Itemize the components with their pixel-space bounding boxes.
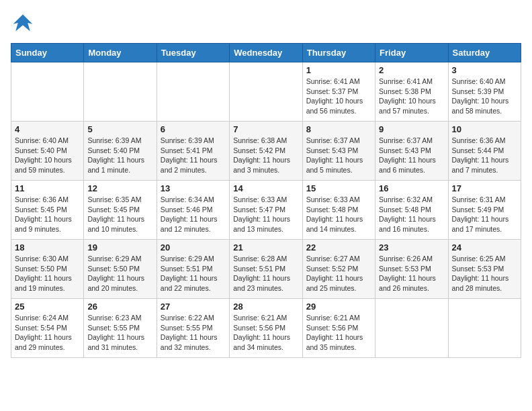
day-info: Sunrise: 6:21 AMSunset: 5:56 PMDaylight:… xyxy=(306,313,371,353)
page-header xyxy=(11,11,521,35)
day-info: Sunrise: 6:30 AMSunset: 5:50 PMDaylight:… xyxy=(15,254,80,293)
calendar-week-row: 25Sunrise: 6:24 AMSunset: 5:54 PMDayligh… xyxy=(11,299,521,358)
day-info: Sunrise: 6:31 AMSunset: 5:49 PMDaylight:… xyxy=(452,195,517,234)
calendar-header-row: SundayMondayTuesdayWednesdayThursdayFrid… xyxy=(11,44,521,62)
day-number: 7 xyxy=(233,124,298,134)
calendar-cell: 5Sunrise: 6:39 AMSunset: 5:40 PMDaylight… xyxy=(84,122,157,181)
day-number: 4 xyxy=(15,124,80,134)
calendar-cell: 6Sunrise: 6:39 AMSunset: 5:41 PMDaylight… xyxy=(157,122,229,181)
day-info: Sunrise: 6:29 AMSunset: 5:50 PMDaylight:… xyxy=(87,254,152,293)
weekday-header-wednesday: Wednesday xyxy=(230,44,302,62)
weekday-header-thursday: Thursday xyxy=(302,44,375,62)
calendar-cell: 11Sunrise: 6:36 AMSunset: 5:45 PMDayligh… xyxy=(11,181,84,240)
day-info: Sunrise: 6:40 AMSunset: 5:40 PMDaylight:… xyxy=(15,136,80,175)
day-info: Sunrise: 6:26 AMSunset: 5:53 PMDaylight:… xyxy=(379,254,444,293)
calendar-cell: 9Sunrise: 6:37 AMSunset: 5:43 PMDaylight… xyxy=(375,122,448,181)
calendar-cell: 2Sunrise: 6:41 AMSunset: 5:38 PMDaylight… xyxy=(375,62,448,122)
calendar-cell: 28Sunrise: 6:21 AMSunset: 5:56 PMDayligh… xyxy=(230,299,302,358)
calendar-week-row: 4Sunrise: 6:40 AMSunset: 5:40 PMDaylight… xyxy=(11,122,521,181)
day-number: 22 xyxy=(306,242,371,253)
day-info: Sunrise: 6:41 AMSunset: 5:38 PMDaylight:… xyxy=(379,77,444,116)
calendar-cell: 13Sunrise: 6:34 AMSunset: 5:46 PMDayligh… xyxy=(157,181,229,240)
calendar-cell: 26Sunrise: 6:23 AMSunset: 5:55 PMDayligh… xyxy=(84,299,157,358)
day-number: 1 xyxy=(306,65,371,75)
day-number: 25 xyxy=(15,302,80,312)
logo xyxy=(11,11,38,35)
calendar-cell: 24Sunrise: 6:25 AMSunset: 5:53 PMDayligh… xyxy=(448,240,521,299)
calendar-cell: 4Sunrise: 6:40 AMSunset: 5:40 PMDaylight… xyxy=(11,122,84,181)
calendar-cell xyxy=(84,62,157,122)
calendar-cell xyxy=(157,62,229,122)
weekday-header-monday: Monday xyxy=(84,44,157,62)
day-info: Sunrise: 6:33 AMSunset: 5:47 PMDaylight:… xyxy=(233,195,298,234)
day-number: 21 xyxy=(233,242,298,253)
calendar-cell: 27Sunrise: 6:22 AMSunset: 5:55 PMDayligh… xyxy=(157,299,229,358)
calendar-week-row: 18Sunrise: 6:30 AMSunset: 5:50 PMDayligh… xyxy=(11,240,521,299)
day-number: 12 xyxy=(87,183,152,193)
day-number: 20 xyxy=(161,242,226,253)
calendar-week-row: 11Sunrise: 6:36 AMSunset: 5:45 PMDayligh… xyxy=(11,181,521,240)
calendar-cell xyxy=(230,62,302,122)
calendar-cell: 19Sunrise: 6:29 AMSunset: 5:50 PMDayligh… xyxy=(84,240,157,299)
day-info: Sunrise: 6:39 AMSunset: 5:40 PMDaylight:… xyxy=(87,136,152,175)
day-number: 17 xyxy=(452,183,517,193)
calendar-cell: 21Sunrise: 6:28 AMSunset: 5:51 PMDayligh… xyxy=(230,240,302,299)
day-number: 8 xyxy=(306,124,371,134)
calendar-cell: 1Sunrise: 6:41 AMSunset: 5:37 PMDaylight… xyxy=(302,62,375,122)
day-info: Sunrise: 6:38 AMSunset: 5:42 PMDaylight:… xyxy=(233,136,298,175)
calendar-table: SundayMondayTuesdayWednesdayThursdayFrid… xyxy=(11,43,521,358)
calendar-cell: 15Sunrise: 6:33 AMSunset: 5:48 PMDayligh… xyxy=(302,181,375,240)
calendar-cell: 3Sunrise: 6:40 AMSunset: 5:39 PMDaylight… xyxy=(448,62,521,122)
day-info: Sunrise: 6:23 AMSunset: 5:55 PMDaylight:… xyxy=(87,313,152,353)
calendar-cell: 12Sunrise: 6:35 AMSunset: 5:45 PMDayligh… xyxy=(84,181,157,240)
calendar-cell: 17Sunrise: 6:31 AMSunset: 5:49 PMDayligh… xyxy=(448,181,521,240)
day-number: 11 xyxy=(15,183,80,193)
weekday-header-friday: Friday xyxy=(375,44,448,62)
day-number: 23 xyxy=(379,242,444,253)
calendar-cell: 18Sunrise: 6:30 AMSunset: 5:50 PMDayligh… xyxy=(11,240,84,299)
day-number: 6 xyxy=(161,124,226,134)
day-number: 15 xyxy=(306,183,371,193)
calendar-cell: 22Sunrise: 6:27 AMSunset: 5:52 PMDayligh… xyxy=(302,240,375,299)
day-info: Sunrise: 6:27 AMSunset: 5:52 PMDaylight:… xyxy=(306,254,371,293)
calendar-cell: 29Sunrise: 6:21 AMSunset: 5:56 PMDayligh… xyxy=(302,299,375,358)
logo-icon xyxy=(11,11,35,35)
day-number: 29 xyxy=(306,302,371,312)
weekday-header-saturday: Saturday xyxy=(448,44,521,62)
calendar-cell xyxy=(448,299,521,358)
calendar-cell xyxy=(11,62,84,122)
calendar-cell: 20Sunrise: 6:29 AMSunset: 5:51 PMDayligh… xyxy=(157,240,229,299)
day-info: Sunrise: 6:22 AMSunset: 5:55 PMDaylight:… xyxy=(161,313,226,353)
day-info: Sunrise: 6:28 AMSunset: 5:51 PMDaylight:… xyxy=(233,254,298,293)
day-info: Sunrise: 6:36 AMSunset: 5:45 PMDaylight:… xyxy=(15,195,80,234)
calendar-cell: 14Sunrise: 6:33 AMSunset: 5:47 PMDayligh… xyxy=(230,181,302,240)
day-number: 28 xyxy=(233,302,298,312)
calendar-cell xyxy=(375,299,448,358)
weekday-header-sunday: Sunday xyxy=(11,44,84,62)
day-info: Sunrise: 6:34 AMSunset: 5:46 PMDaylight:… xyxy=(161,195,226,234)
calendar-week-row: 1Sunrise: 6:41 AMSunset: 5:37 PMDaylight… xyxy=(11,62,521,122)
svg-marker-0 xyxy=(13,14,33,31)
day-info: Sunrise: 6:41 AMSunset: 5:37 PMDaylight:… xyxy=(306,77,371,116)
day-number: 27 xyxy=(161,302,226,312)
calendar-cell: 16Sunrise: 6:32 AMSunset: 5:48 PMDayligh… xyxy=(375,181,448,240)
day-number: 3 xyxy=(452,65,517,75)
calendar-cell: 23Sunrise: 6:26 AMSunset: 5:53 PMDayligh… xyxy=(375,240,448,299)
day-number: 9 xyxy=(379,124,444,134)
calendar-cell: 10Sunrise: 6:36 AMSunset: 5:44 PMDayligh… xyxy=(448,122,521,181)
weekday-header-tuesday: Tuesday xyxy=(157,44,229,62)
day-info: Sunrise: 6:29 AMSunset: 5:51 PMDaylight:… xyxy=(161,254,226,293)
day-number: 2 xyxy=(379,65,444,75)
day-number: 14 xyxy=(233,183,298,193)
day-number: 5 xyxy=(87,124,152,134)
calendar-cell: 7Sunrise: 6:38 AMSunset: 5:42 PMDaylight… xyxy=(230,122,302,181)
day-info: Sunrise: 6:35 AMSunset: 5:45 PMDaylight:… xyxy=(87,195,152,234)
day-info: Sunrise: 6:37 AMSunset: 5:43 PMDaylight:… xyxy=(379,136,444,175)
day-number: 13 xyxy=(161,183,226,193)
day-number: 26 xyxy=(87,302,152,312)
day-info: Sunrise: 6:32 AMSunset: 5:48 PMDaylight:… xyxy=(379,195,444,234)
calendar-cell: 8Sunrise: 6:37 AMSunset: 5:43 PMDaylight… xyxy=(302,122,375,181)
day-number: 24 xyxy=(452,242,517,253)
day-info: Sunrise: 6:36 AMSunset: 5:44 PMDaylight:… xyxy=(452,136,517,175)
day-number: 10 xyxy=(452,124,517,134)
